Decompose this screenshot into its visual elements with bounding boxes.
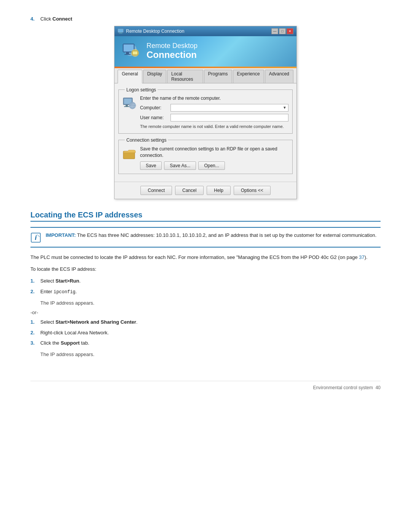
body-text-1b: ). (365, 254, 368, 260)
tab-experience[interactable]: Experience (233, 70, 264, 83)
body-para-2: To locate the ECS IP address: (30, 265, 381, 273)
options-button[interactable]: Options << (234, 186, 271, 195)
svg-line-23 (37, 235, 40, 237)
step-3b-bold: Support (61, 340, 80, 346)
step-1a-text: Select Start>Run. (40, 277, 381, 285)
svg-rect-0 (118, 29, 123, 32)
section-heading: Locating the ECS IP addresses (30, 211, 381, 222)
sub-text-1: The IP address appears. (40, 299, 381, 307)
rdp-body: Logon settings (115, 83, 296, 182)
rdp-window: Remote Desktop Connection — □ ✕ Remote D… (114, 26, 297, 200)
sub-text-2: The IP address appears. (40, 351, 381, 358)
connection-settings-legend: Connection settings (125, 137, 168, 143)
body-text-1a: The PLC must be connected to locate the … (30, 254, 359, 260)
logon-icon (123, 96, 136, 110)
step-1b-text: Select Start>Network and Sharing Center. (40, 318, 381, 326)
page-footer: Environmental control system 40 (30, 381, 381, 390)
svg-rect-2 (119, 33, 123, 34)
save-as-button[interactable]: Save As... (164, 161, 196, 170)
step-4-number: 4. (30, 15, 37, 23)
logon-settings-fieldset: Logon settings (118, 87, 293, 134)
step-1b-num: 1. (30, 318, 37, 326)
svg-text:i: i (35, 234, 37, 241)
tab-local-resources[interactable]: Local Resources (167, 70, 203, 83)
computer-field-row: Computer: ▼ (140, 104, 288, 112)
rdp-header: Remote Desktop Connection (115, 36, 296, 67)
svg-rect-10 (133, 51, 137, 54)
step-3b: 3. Click the Support tab. (30, 339, 381, 347)
rdp-bottom-bar: Connect Cancel Help Options << (115, 182, 296, 199)
username-label: User name: (140, 115, 170, 120)
rdp-title-icon (118, 28, 124, 34)
connection-content: Save the current connection settings to … (140, 146, 288, 170)
body-para-1: The PLC must be connected to locate the … (30, 254, 381, 262)
step-1a: 1. Select Start>Run. (30, 277, 381, 285)
help-button[interactable]: Help (207, 186, 231, 195)
tab-display[interactable]: Display (143, 70, 166, 83)
minimize-button[interactable]: — (271, 28, 278, 34)
tab-programs[interactable]: Programs (204, 70, 232, 83)
page-link-37[interactable]: 37 (359, 254, 364, 260)
important-text: IMPORTANT: The ECS has three NIC address… (46, 232, 376, 239)
rdp-header-line2: Connection (147, 50, 198, 60)
step-2a-text: Enter ipconfig. (40, 288, 381, 296)
open-button[interactable]: Open... (198, 161, 225, 170)
computer-dropdown[interactable]: ▼ (170, 104, 288, 112)
step-1b-bold: Start>Network and Sharing Center (56, 319, 136, 325)
save-button[interactable]: Save (140, 161, 162, 170)
computer-label: Computer: (140, 105, 170, 110)
or-separator: -or- (30, 310, 381, 315)
logon-content: Enter the name of the remote computer. C… (140, 96, 288, 129)
step-2a: 2. Enter ipconfig. (30, 288, 381, 296)
steps-group-2: 1. Select Start>Network and Sharing Cent… (30, 318, 381, 347)
footer-text: Environmental control system 40 (313, 385, 381, 390)
username-input[interactable] (170, 114, 288, 121)
step-4-text: Click Connect (40, 15, 381, 23)
svg-rect-5 (124, 45, 134, 51)
step-2b-text: Right-click Local Area Network. (40, 329, 381, 337)
step-1a-num: 1. (30, 277, 37, 285)
logon-settings-inner: Enter the name of the remote computer. C… (123, 96, 288, 129)
rdp-titlebar-controls: — □ ✕ (271, 28, 293, 34)
rdp-header-icon (121, 42, 140, 61)
logon-desc: Enter the name of the remote computer. (140, 96, 288, 101)
tab-advanced[interactable]: Advanced (265, 70, 293, 83)
cancel-button[interactable]: Cancel (175, 186, 204, 195)
step-2a-num: 2. (30, 288, 37, 296)
connection-settings-inner: Save the current connection settings to … (123, 146, 288, 170)
svg-rect-1 (119, 32, 122, 33)
rdp-tabs: General Display Local Resources Programs… (115, 68, 296, 83)
dropdown-arrow: ▼ (283, 105, 287, 110)
steps-group-1: 1. Select Start>Run. 2. Enter ipconfig. (30, 277, 381, 296)
important-icon: i (30, 232, 41, 243)
logon-settings-legend: Logon settings (125, 87, 158, 93)
step-3b-text: Click the Support tab. (40, 339, 381, 347)
maximize-button[interactable]: □ (279, 28, 286, 34)
connection-settings-fieldset: Connection settings Save the current con… (118, 137, 293, 174)
important-body: The ECS has three NIC addresses: 10.10.1… (77, 232, 377, 238)
rdp-title-text: Remote Desktop Connection (126, 29, 184, 34)
important-box: i IMPORTANT: The ECS has three NIC addre… (30, 227, 381, 248)
username-field-row: User name: (140, 114, 288, 121)
important-label: IMPORTANT: (46, 232, 76, 238)
svg-rect-13 (126, 105, 128, 106)
step-1b: 1. Select Start>Network and Sharing Cent… (30, 318, 381, 326)
connection-icon (123, 147, 136, 160)
svg-rect-7 (124, 54, 131, 55)
rdp-header-text: Remote Desktop Connection (147, 42, 198, 60)
connection-buttons: Save Save As... Open... (140, 161, 288, 170)
logon-error: The remote computer name is not valid. E… (140, 124, 288, 129)
connect-button[interactable]: Connect (140, 186, 172, 195)
step-4-bold: Connect (53, 16, 72, 22)
close-button[interactable]: ✕ (287, 28, 293, 34)
step-2b: 2. Right-click Local Area Network. (30, 329, 381, 337)
step-2b-num: 2. (30, 329, 37, 337)
step-2a-code: ipconfig (54, 289, 76, 295)
svg-rect-6 (126, 52, 129, 54)
rdp-header-line1: Remote Desktop (147, 42, 198, 50)
svg-rect-14 (124, 106, 129, 107)
tab-general[interactable]: General (118, 70, 142, 83)
rdp-titlebar: Remote Desktop Connection — □ ✕ (115, 26, 296, 36)
step-4-intro: 4. Click Connect (30, 15, 381, 23)
connection-desc: Save the current connection settings to … (140, 146, 288, 159)
